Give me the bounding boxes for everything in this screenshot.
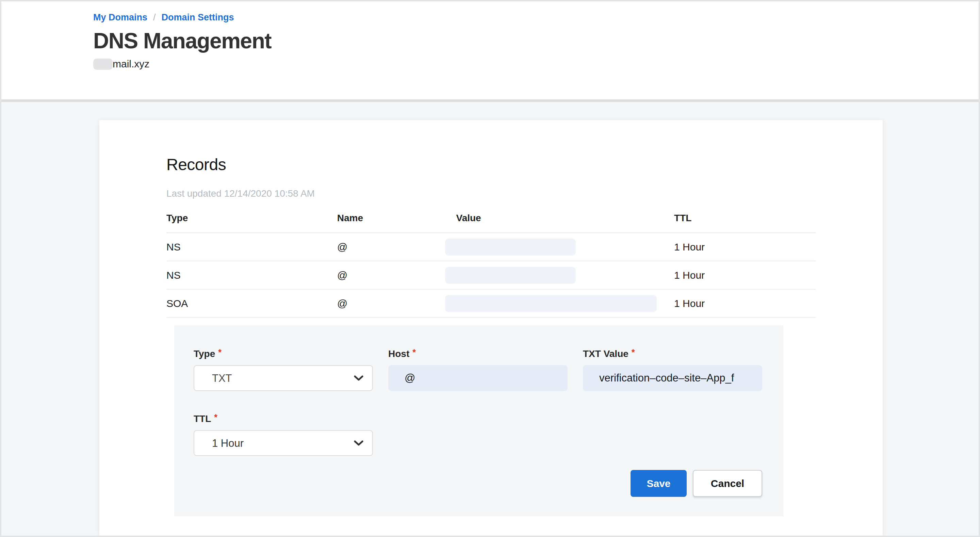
host-label: Host*: [388, 346, 568, 360]
host-label-text: Host: [388, 349, 409, 359]
content-area: Records Last updated 12/14/2020 10:58 AM…: [2, 102, 978, 535]
breadcrumb: My Domains/Domain Settings: [93, 12, 978, 23]
page-header: My Domains/Domain Settings DNS Managemen…: [2, 2, 978, 99]
host-input[interactable]: [388, 365, 568, 391]
form-fields-row: Type* TXT Host*: [194, 346, 783, 391]
record-name: @: [337, 261, 445, 289]
domain-suffix: mail.xyz: [113, 58, 150, 70]
field-host: Host*: [388, 346, 568, 391]
field-txt-value: TXT Value*: [583, 346, 762, 391]
record-name: @: [337, 233, 445, 261]
ttl-label-text: TTL: [194, 413, 211, 424]
field-type: Type* TXT: [194, 346, 373, 391]
dns-management-page: My Domains/Domain Settings DNS Managemen…: [0, 0, 980, 537]
redacted-record-value: [445, 239, 576, 256]
record-type: SOA: [166, 289, 337, 317]
header-divider: [2, 99, 978, 102]
last-updated: Last updated 12/14/2020 10:58 AM: [166, 188, 816, 199]
table-row: NS @ 1 Hour: [166, 261, 816, 289]
required-asterisk: *: [412, 347, 416, 357]
record-ttl: 1 Hour: [674, 289, 816, 317]
table-row: NS @ 1 Hour: [166, 233, 816, 261]
ttl-label: TTL*: [194, 411, 373, 425]
field-ttl: TTL* 1 Hour: [194, 411, 373, 456]
cancel-button[interactable]: Cancel: [693, 470, 762, 497]
record-name: @: [337, 289, 445, 317]
record-ttl: 1 Hour: [674, 233, 816, 261]
txt-value-input[interactable]: [583, 365, 762, 391]
txt-value-label-text: TXT Value: [583, 349, 628, 359]
col-header-value: Value: [445, 208, 675, 233]
form-actions: Save Cancel: [630, 470, 762, 497]
breadcrumb-my-domains[interactable]: My Domains: [93, 12, 147, 22]
add-record-form: Type* TXT Host*: [174, 325, 783, 516]
domain-name: mail.xyz: [93, 58, 978, 70]
txt-value-label: TXT Value*: [583, 346, 762, 360]
redacted-domain-prefix: [93, 59, 113, 70]
required-asterisk: *: [632, 347, 635, 357]
type-label: Type*: [194, 346, 373, 360]
record-ttl: 1 Hour: [674, 261, 816, 289]
type-label-text: Type: [194, 349, 215, 359]
redacted-record-value: [445, 267, 576, 284]
record-type: NS: [166, 261, 337, 289]
records-table: Type Name Value TTL NS @ 1 Hour NS: [166, 208, 816, 318]
table-row: SOA @ 1 Hour: [166, 289, 816, 317]
page-title: DNS Management: [93, 28, 978, 53]
col-header-type: Type: [166, 208, 337, 233]
breadcrumb-domain-settings[interactable]: Domain Settings: [162, 12, 234, 22]
records-card: Records Last updated 12/14/2020 10:58 AM…: [99, 120, 883, 535]
required-asterisk: *: [218, 347, 221, 357]
redacted-record-value: [445, 295, 657, 312]
save-button[interactable]: Save: [630, 470, 687, 497]
record-type: NS: [166, 233, 337, 261]
table-header-row: Type Name Value TTL: [166, 208, 816, 233]
col-header-name: Name: [337, 208, 445, 233]
type-select[interactable]: TXT: [194, 365, 373, 391]
col-header-ttl: TTL: [674, 208, 816, 233]
required-asterisk: *: [214, 413, 218, 422]
records-title: Records: [166, 155, 816, 174]
ttl-select[interactable]: 1 Hour: [194, 430, 373, 456]
breadcrumb-separator: /: [153, 12, 156, 22]
